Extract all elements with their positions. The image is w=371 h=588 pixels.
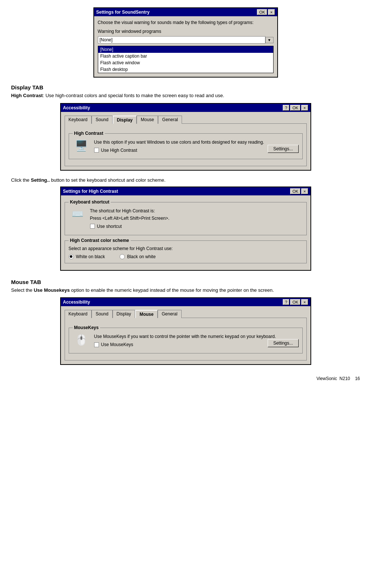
mouse-pointer-icon: 🖱️ [75,334,88,346]
mousekeys-description: Use MouseKeys if you want to control the… [94,334,299,339]
mousekeys-settings-row: Use MouseKeys Settings... [94,339,299,347]
accessibility-close-button[interactable]: × [301,105,308,111]
mouse-accessibility-close-button[interactable]: × [301,299,308,305]
shortcut-line1: The shortcut for High Contrast is: [90,208,303,213]
use-shortcut-row: Use shortcut [90,224,303,229]
mouse-tab-section: Mouse TAB Select the Use Mousekeys optio… [11,279,360,294]
footer-page: 16 [355,376,360,381]
hc-description: Use this option if you want Windows to u… [94,140,299,145]
hc-settings-row: Use High Contrast Settings... [94,145,299,153]
mouse-tab-display[interactable]: Display [113,310,135,318]
hc-settings-titlebar: Settings for High Contrast OK × [61,187,310,195]
use-shortcut-checkbox[interactable] [90,224,95,229]
accessibility-dialog-mouse: Accessibility ? OK × Keyboard Sound Disp… [60,297,311,365]
mouse-tab-keyboard[interactable]: Keyboard [65,310,92,318]
display-tab-section: Display TAB High Contrast: Use high-cont… [11,84,360,99]
soundsentry-ok-button[interactable]: OK [257,9,267,15]
accessibility-help-button[interactable]: ? [283,105,289,111]
mouse-tab-sound[interactable]: Sound [92,310,113,318]
dropdown-selected[interactable]: [None] [98,36,265,44]
warning-label: Warning for windowed programs [98,29,274,34]
keyboard-shortcut-content: The shortcut for High Contrast is: Press… [90,208,303,229]
hc-settings-title: Settings for High Contrast [63,189,291,194]
mousekeys-dialog-row: 🖱️ Use MouseKeys if you want to control … [73,332,299,349]
black-on-white-radio[interactable] [120,254,125,259]
color-scheme-options: White on black Black on white [69,254,303,259]
color-scheme-group: High Contrast color scheme Select an app… [65,240,307,263]
dropdown-item-flash-desktop[interactable]: Flash desktop [98,66,273,73]
hc-settings-buttons: OK × [290,188,308,194]
dropdown-arrow-icon[interactable]: ▼ [265,37,274,43]
soundsentry-body: Choose the visual warning for sounds mad… [94,16,277,77]
high-contrast-group-title: High Contrast [73,131,105,136]
mouse-tab-mouse[interactable]: Mouse [135,310,158,318]
tab-keyboard[interactable]: Keyboard [65,116,92,124]
hc-icon: 🖥️ [73,140,90,152]
mousekeys-group: MouseKeys 🖱️ Use MouseKeys if you want t… [69,328,303,353]
keyboard-icon: ⌨️ [69,208,86,220]
use-mk-checkbox[interactable] [94,342,99,347]
white-on-black-radio[interactable] [69,254,74,259]
hc-content: Use this option if you want Windows to u… [94,140,299,153]
tab-mouse[interactable]: Mouse [137,116,158,124]
mousekeys-content: Use MouseKeys if you want to control the… [94,334,299,347]
shortcut-line2: Press <Left Alt+Left Shift+Print Screen>… [90,216,303,221]
black-on-white-label: Black on white [127,254,155,259]
keyboard-shortcut-group: Keyboard shortcut ⌨️ The shortcut for Hi… [65,202,307,235]
black-on-white-option[interactable]: Black on white [120,254,155,259]
mouse-tab-text: Select the Use Mousekeys option to enabl… [11,287,360,294]
accessibility-ok-button[interactable]: OK [290,105,300,111]
hc-settings-button[interactable]: Settings... [268,145,298,153]
hc-dialog-row: 🖥️ Use this option if you want Windows t… [73,137,299,155]
titlebar-buttons: OK × [257,9,275,15]
use-hc-checkbox-row: Use High Contrast [94,148,137,153]
use-shortcut-label: Use shortcut [97,224,122,229]
dropdown-item-none[interactable]: [None] [98,46,273,53]
tab-general[interactable]: General [158,116,182,124]
hc-settings-ok-button[interactable]: OK [290,188,300,194]
use-hc-checkbox[interactable] [94,148,99,153]
hc-settings-dialog: Settings for High Contrast OK × Keyboard… [60,187,311,271]
mouse-tab-content: MouseKeys 🖱️ Use MouseKeys if you want t… [65,318,307,360]
high-contrast-group: High Contrast 🖥️ Use this option if you … [69,133,303,159]
dropdown-item-flash-caption[interactable]: Flash active caption bar [98,53,273,59]
soundsentry-title: Settings for SoundSentry [96,10,257,15]
accessibility-tabs: Keyboard Sound Display Mouse General [65,116,307,124]
mouse-accessibility-help-button[interactable]: ? [283,299,289,305]
tab-display[interactable]: Display [113,116,137,124]
tab-sound[interactable]: Sound [92,116,113,124]
color-scheme-desc: Select an appearance scheme for High Con… [69,246,303,251]
use-mk-label: Use MouseKeys [101,342,133,347]
footer-model: N210 [340,376,350,381]
dropdown-item-flash-window[interactable]: Flash active window [98,59,273,66]
mk-settings-button[interactable]: Settings... [268,339,298,347]
use-hc-label: Use High Contrast [101,148,137,153]
use-mk-checkbox-row: Use MouseKeys [94,342,133,347]
footer: ViewSonic N210 16 [11,376,360,381]
mouse-tab-heading: Mouse TAB [11,279,360,285]
use-mousekeys-bold: Use Mousekeys [34,287,70,293]
keyboard-shortcut-icon: ⌨️ [72,208,83,220]
mouse-accessibility-titlebar-buttons: ? OK × [283,299,308,305]
hc-settings-close-button[interactable]: × [301,188,308,194]
keyboard-shortcut-row: ⌨️ The shortcut for High Contrast is: Pr… [69,206,303,231]
mouse-tab-general[interactable]: General [158,310,182,318]
white-on-black-option[interactable]: White on black [69,254,105,259]
settings-click-text: Click the Setting.. button to set the ke… [11,177,360,183]
soundsentry-close-button[interactable]: × [268,9,275,15]
mouse-accessibility-ok-button[interactable]: OK [290,299,300,305]
soundsentry-description: Choose the visual warning for sounds mad… [98,20,274,25]
soundsentry-titlebar: Settings for SoundSentry OK × [94,8,277,16]
mouse-accessibility-tabs: Keyboard Sound Display Mouse General [65,310,307,318]
mousekeys-group-title: MouseKeys [73,325,100,330]
accessibility-body: Keyboard Sound Display Mouse General Hig… [61,112,310,170]
display-tab-content: High Contrast 🖥️ Use this option if you … [65,123,307,166]
mouse-icon: 🖱️ [73,334,90,346]
accessibility-titlebar: Accessibility ? OK × [61,104,310,112]
white-on-black-label: White on black [76,254,105,259]
accessibility-dialog-display: Accessibility ? OK × Keyboard Sound Disp… [60,103,311,171]
dropdown-row: [None] ▼ [98,36,274,44]
dropdown-list: [None] Flash active caption bar Flash ac… [98,46,274,73]
footer-brand: ViewSonic [316,376,337,381]
display-tab-heading: Display TAB [11,84,360,90]
